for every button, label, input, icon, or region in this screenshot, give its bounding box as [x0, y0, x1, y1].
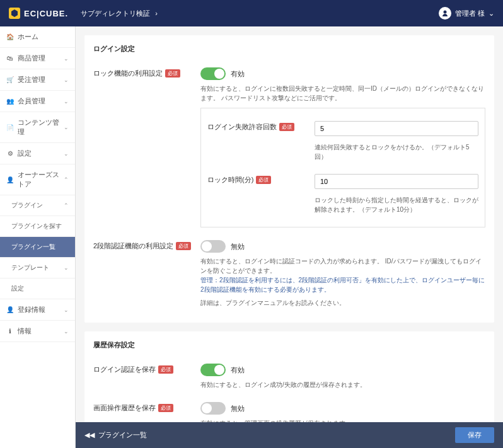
tfa-link[interactable]: 管理：2段階認証を利用するには、2段階認証の利用可否」を有効にした上で、ログイン… — [200, 275, 485, 294]
nav-home[interactable]: 🏠ホーム — [0, 26, 75, 48]
breadcrumb[interactable]: サブディレクトリ検証 › — [81, 9, 158, 18]
chevron-down-icon: ⌄ — [489, 9, 494, 18]
nav-plugin-list[interactable]: プラグイン一覧 — [0, 237, 75, 258]
nav-content[interactable]: 📄コンテンツ管理⌄ — [0, 112, 75, 143]
chevron-right-icon: › — [155, 9, 158, 17]
tfa-label: 2段階認証機能の利用設定必須 — [93, 240, 200, 251]
user-icon: 👤 — [6, 306, 14, 314]
nav-plugin-search[interactable]: プラグインを探す — [0, 216, 75, 237]
logo-text: EC|CUBE. — [24, 9, 68, 18]
nav-settings[interactable]: ⚙設定⌄ — [0, 143, 75, 164]
login-section: ログイン設定 ロック機能の利用設定必須 有効 有効にすると、ログインに複数回失敗… — [84, 35, 494, 323]
nav-plugin[interactable]: プラグイン⌃ — [0, 195, 75, 216]
avatar-icon — [439, 7, 451, 20]
logo[interactable]: EC|CUBE. — [9, 8, 68, 19]
fail-count-label: ログイン失敗許容回数必須 — [207, 121, 315, 132]
required-badge: 必須 — [256, 176, 271, 184]
screen-hist-toggle-label: 無効 — [231, 405, 245, 412]
nav-member[interactable]: 👥会員管理⌄ — [0, 91, 75, 112]
login-hist-label: ログイン認証を保存必須 — [93, 364, 200, 374]
breadcrumb-text: サブディレクトリ検証 — [81, 9, 150, 18]
lock-time-help: ロックした時刻から指定した時間を経過すると、ロックが解除されます。（デフォルト1… — [315, 195, 478, 214]
lock-nested: ログイン失敗許容回数必須 連続何回失敗するとロックをかけるか。（デフォルト5回）… — [200, 108, 485, 227]
lock-time-input[interactable] — [315, 174, 478, 189]
main-content: ログイン設定 ロック機能の利用設定必須 有効 有効にすると、ログインに複数回失敗… — [76, 26, 503, 448]
login-hist-toggle-label: 有効 — [231, 366, 245, 374]
header: EC|CUBE. サブディレクトリ検証 › 管理者 様 ⌄ — [0, 0, 503, 26]
nav-template[interactable]: テンプレート⌄ — [0, 258, 75, 279]
screen-hist-toggle[interactable] — [200, 402, 226, 415]
store-icon: 👤 — [6, 176, 14, 183]
nav-info[interactable]: ℹ情報⌄ — [0, 321, 75, 342]
nav-store-settings[interactable]: 設定 — [0, 279, 75, 299]
back-button[interactable]: ◀◀ プラグイン一覧 — [84, 430, 147, 440]
lock-toggle[interactable] — [200, 67, 226, 80]
tfa-help1: 有効にすると、ログイン時に認証コードの入力が求められます。 ID/パスワードが漏… — [200, 256, 485, 275]
svg-point-0 — [443, 11, 446, 14]
sidebar: 🏠ホーム 🛍商品管理⌄ 🛒受注管理⌄ 👥会員管理⌄ 📄コンテンツ管理⌄ ⚙設定⌄… — [0, 26, 76, 448]
required-badge: 必須 — [176, 242, 191, 250]
screen-hist-label: 画面操作履歴を保存必須 — [93, 402, 200, 413]
gear-icon: ⚙ — [6, 150, 14, 158]
nav-registration[interactable]: 👤登録情報⌄ — [0, 299, 75, 321]
fail-count-input[interactable] — [315, 121, 478, 136]
nav-product[interactable]: 🛍商品管理⌄ — [0, 48, 75, 69]
login-section-title: ログイン設定 — [93, 44, 485, 54]
lock-toggle-label: 有効 — [231, 70, 245, 78]
back-label: プラグイン一覧 — [98, 430, 147, 440]
user-name: 管理者 様 — [455, 9, 485, 18]
member-icon: 👥 — [6, 98, 14, 105]
product-icon: 🛍 — [6, 55, 14, 62]
user-menu[interactable]: 管理者 様 ⌄ — [439, 7, 494, 20]
lock-label: ロック機能の利用設定必須 — [93, 67, 200, 78]
footer: ◀◀ プラグイン一覧 保存 — [76, 422, 503, 448]
home-icon: 🏠 — [6, 33, 14, 41]
save-button[interactable]: 保存 — [455, 427, 494, 443]
info-icon: ℹ — [6, 328, 14, 335]
required-badge: 必須 — [279, 123, 294, 131]
lock-help: 有効にすると、ログインに複数回失敗すると一定時間、同一ID（メールの）ログインが… — [200, 84, 485, 103]
tfa-toggle[interactable] — [200, 240, 226, 253]
required-badge: 必須 — [165, 69, 180, 78]
required-badge: 必須 — [158, 404, 173, 412]
login-hist-help: 有効にすると、ログイン成功/失敗の履歴が保存されます。 — [200, 380, 485, 389]
nav-order[interactable]: 🛒受注管理⌄ — [0, 69, 75, 91]
back-icon: ◀◀ — [84, 431, 95, 439]
login-hist-toggle[interactable] — [200, 364, 226, 376]
lock-time-label: ロック時間(分)必須 — [207, 174, 315, 185]
fail-count-help: 連続何回失敗するとロックをかけるか。（デフォルト5回） — [315, 142, 478, 161]
order-icon: 🛒 — [6, 76, 14, 84]
content-icon: 📄 — [6, 123, 14, 131]
required-badge: 必須 — [158, 365, 173, 374]
logo-icon — [9, 8, 20, 19]
history-section-title: 履歴保存設定 — [93, 340, 485, 350]
tfa-toggle-label: 無効 — [231, 243, 245, 250]
tfa-help2: 詳細は、プラグインマニュアルをお読みください。 — [200, 298, 485, 307]
nav-owners-store[interactable]: 👤オーナーズストア⌃ — [0, 164, 75, 195]
